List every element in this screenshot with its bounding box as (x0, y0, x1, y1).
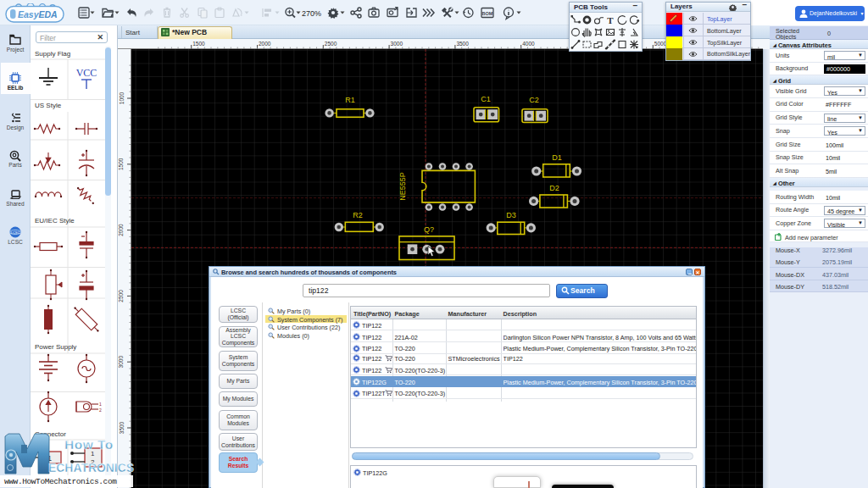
svg-text:Supply Flag: Supply Flag (35, 50, 70, 58)
svg-text:2: 2 (99, 408, 102, 413)
svg-text:2000: 2000 (119, 224, 125, 236)
svg-text:1000: 1000 (119, 92, 125, 104)
svg-text:4000: 4000 (522, 41, 535, 47)
svg-text:D2: D2 (549, 184, 559, 192)
svg-text:US Style: US Style (35, 102, 62, 109)
svg-text:ECHATRONICS: ECHATRONICS (48, 460, 134, 474)
svg-text:Power Supply: Power Supply (35, 343, 76, 351)
svg-text:LCSC: LCSC (11, 230, 20, 235)
svg-text:Q?: Q? (424, 225, 434, 234)
svg-text:3000: 3000 (119, 356, 125, 369)
svg-text:3500: 3500 (456, 41, 469, 47)
svg-text:R1: R1 (345, 96, 355, 104)
svg-text:C2: C2 (529, 96, 539, 104)
svg-text:2000: 2000 (259, 41, 271, 47)
svg-text:EU/IEC Style: EU/IEC Style (35, 217, 75, 225)
svg-text:270%: 270% (302, 9, 321, 18)
svg-text:2500: 2500 (119, 290, 125, 302)
svg-text:1500: 1500 (119, 158, 125, 170)
svg-text:D3: D3 (506, 211, 516, 219)
svg-text:D1: D1 (552, 153, 562, 162)
svg-text:2500: 2500 (325, 41, 337, 47)
svg-text:VCC: VCC (76, 67, 97, 79)
svg-text:1: 1 (99, 402, 102, 407)
svg-text:EasyEDA: EasyEDA (18, 9, 58, 19)
svg-text:BOM: BOM (482, 11, 493, 16)
svg-text:3000: 3000 (391, 41, 403, 47)
svg-text:C1: C1 (481, 95, 491, 103)
svg-text:NE555P: NE555P (398, 172, 407, 201)
svg-text:How To: How To (64, 437, 114, 452)
svg-text:T: T (607, 15, 614, 25)
svg-text:1500: 1500 (192, 41, 205, 47)
svg-text:R2: R2 (353, 211, 363, 219)
